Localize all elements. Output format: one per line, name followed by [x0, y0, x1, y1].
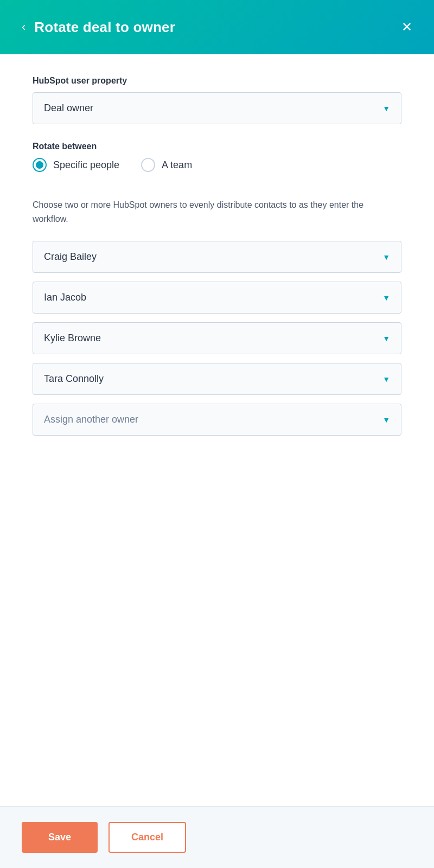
radio-a-team-circle [141, 158, 155, 172]
main-content: HubSpot user property Deal owner ▼ Rotat… [0, 54, 434, 806]
owner-4-arrow: ▼ [382, 375, 390, 384]
owner-5-value: Assign another owner [44, 414, 138, 425]
radio-specific-people-label: Specific people [53, 159, 119, 171]
owner-2-value: Ian Jacob [44, 292, 86, 303]
radio-a-team[interactable]: A team [141, 158, 192, 172]
page-title: Rotate deal to owner [34, 19, 175, 36]
footer: Save Cancel [0, 806, 434, 868]
rotate-between-label: Rotate between [33, 142, 401, 151]
hubspot-property-dropdown-arrow: ▼ [382, 104, 390, 113]
owner-dropdown-2[interactable]: Ian Jacob ▼ [33, 282, 401, 314]
rotate-between-section: Rotate between Specific people A team [33, 142, 401, 185]
owner-5-arrow: ▼ [382, 416, 390, 424]
owner-3-arrow: ▼ [382, 334, 390, 343]
header: ‹ Rotate deal to owner ✕ [0, 0, 434, 54]
hubspot-property-dropdown[interactable]: Deal owner ▼ [33, 92, 401, 124]
rotate-between-radio-group: Specific people A team [33, 158, 401, 172]
owner-dropdown-3[interactable]: Kylie Browne ▼ [33, 322, 401, 354]
radio-specific-people-circle [33, 158, 47, 172]
owner-2-arrow: ▼ [382, 293, 390, 302]
radio-a-team-label: A team [162, 159, 192, 171]
back-icon[interactable]: ‹ [22, 20, 25, 34]
owner-1-value: Craig Bailey [44, 251, 97, 263]
header-left: ‹ Rotate deal to owner [22, 19, 175, 36]
hubspot-property-label: HubSpot user property [33, 76, 401, 86]
owner-dropdown-5[interactable]: Assign another owner ▼ [33, 404, 401, 436]
owner-dropdown-1[interactable]: Craig Bailey ▼ [33, 241, 401, 273]
description-text: Choose two or more HubSpot owners to eve… [33, 198, 401, 226]
owner-dropdown-4[interactable]: Tara Connolly ▼ [33, 363, 401, 395]
save-button[interactable]: Save [22, 822, 98, 853]
owner-4-value: Tara Connolly [44, 373, 104, 385]
cancel-button[interactable]: Cancel [108, 822, 186, 853]
radio-specific-people[interactable]: Specific people [33, 158, 119, 172]
owner-1-arrow: ▼ [382, 253, 390, 261]
hubspot-property-value: Deal owner [44, 103, 93, 114]
hubspot-property-section: HubSpot user property Deal owner ▼ [33, 76, 401, 142]
owner-3-value: Kylie Browne [44, 333, 101, 344]
close-icon[interactable]: ✕ [401, 21, 412, 34]
